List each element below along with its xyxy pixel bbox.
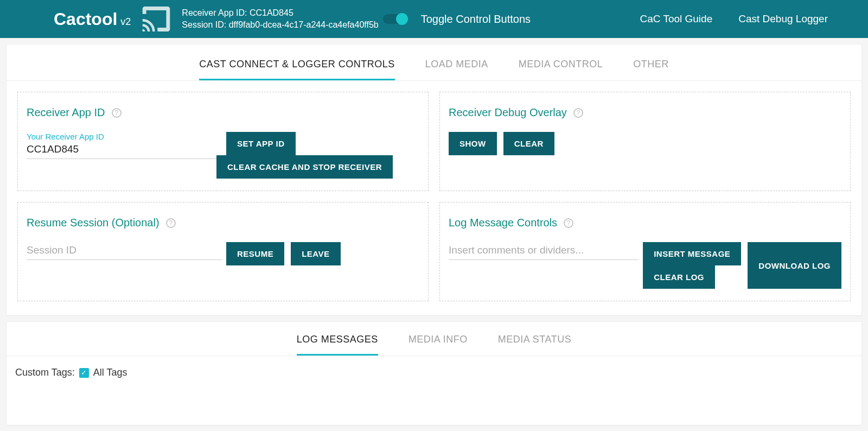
help-icon[interactable]: ? xyxy=(564,218,573,228)
receiver-app-id-value: CC1AD845 xyxy=(250,8,293,17)
tab-media-info[interactable]: MEDIA INFO xyxy=(409,334,468,356)
brand-sub: v2 xyxy=(120,16,131,28)
link-cast-debug-logger[interactable]: Cast Debug Logger xyxy=(738,13,828,25)
session-ids: Receiver App ID: CC1AD845 Session ID: df… xyxy=(182,7,378,30)
panel-resume-session: Resume Session (Optional) ? RESUME LEAVE xyxy=(17,202,429,301)
all-tags-label: All Tags xyxy=(93,367,127,378)
panel-title-log-controls: Log Message Controls xyxy=(449,217,557,229)
help-icon[interactable]: ? xyxy=(166,218,176,228)
log-tabs: LOG MESSAGES MEDIA INFO MEDIA STATUS xyxy=(7,322,861,356)
help-icon[interactable]: ? xyxy=(112,108,122,118)
tab-media-status[interactable]: MEDIA STATUS xyxy=(498,334,571,356)
panel-receiver-debug-overlay: Receiver Debug Overlay ? SHOW CLEAR xyxy=(439,92,851,191)
receiver-app-id-label: Receiver App ID: xyxy=(182,8,247,17)
tab-other[interactable]: OTHER xyxy=(633,59,669,80)
app-header: Cactool v2 Receiver App ID: CC1AD845 Ses… xyxy=(0,0,868,38)
set-app-id-button[interactable]: SET APP ID xyxy=(226,132,296,155)
panel-title-debug-overlay: Receiver Debug Overlay xyxy=(449,106,567,119)
panel-log-message-controls: Log Message Controls ? INSERT MESSAGE CL… xyxy=(439,202,851,301)
log-card: LOG MESSAGES MEDIA INFO MEDIA STATUS Cus… xyxy=(7,322,861,425)
panel-title-resume-session: Resume Session (Optional) xyxy=(27,217,159,229)
leave-button[interactable]: LEAVE xyxy=(291,242,340,265)
session-id-value: dff9fab0-dcea-4c17-a244-ca4efa40ff5b xyxy=(229,20,379,29)
toggle-control-buttons-label: Toggle Control Buttons xyxy=(421,13,531,26)
all-tags-checkbox[interactable]: ✓ xyxy=(79,368,89,378)
session-id-input[interactable] xyxy=(27,242,222,260)
tab-cast-connect[interactable]: CAST CONNECT & LOGGER CONTROLS xyxy=(199,59,394,80)
tab-log-messages[interactable]: LOG MESSAGES xyxy=(297,334,378,356)
link-cac-tool-guide[interactable]: CaC Tool Guide xyxy=(640,13,712,25)
tab-load-media[interactable]: LOAD MEDIA xyxy=(425,59,488,80)
brand-title: Cactool xyxy=(54,9,117,29)
control-tabs: CAST CONNECT & LOGGER CONTROLS LOAD MEDI… xyxy=(7,45,861,81)
panel-title-receiver-app-id: Receiver App ID xyxy=(27,106,105,119)
receiver-app-id-field-label: Your Receiver App ID xyxy=(27,132,222,141)
insert-message-button[interactable]: INSERT MESSAGE xyxy=(643,242,741,265)
session-id-label: Session ID: xyxy=(182,20,226,29)
brand: Cactool v2 xyxy=(54,9,131,29)
receiver-app-id-input[interactable] xyxy=(27,141,222,159)
cast-icon[interactable] xyxy=(141,7,172,31)
download-log-button[interactable]: DOWNLOAD LOG xyxy=(748,242,841,289)
help-icon[interactable]: ? xyxy=(573,108,583,118)
panel-receiver-app-id: Receiver App ID ? Your Receiver App ID S… xyxy=(17,92,429,191)
clear-log-button[interactable]: CLEAR LOG xyxy=(643,265,715,289)
tab-media-control[interactable]: MEDIA CONTROL xyxy=(519,59,603,80)
log-message-input[interactable] xyxy=(449,242,639,260)
resume-button[interactable]: RESUME xyxy=(226,242,284,265)
custom-tags-label: Custom Tags: xyxy=(15,367,75,378)
toggle-control-buttons-switch[interactable] xyxy=(383,14,407,24)
clear-cache-stop-receiver-button[interactable]: CLEAR CACHE AND STOP RECEIVER xyxy=(216,155,393,179)
controls-card: CAST CONNECT & LOGGER CONTROLS LOAD MEDI… xyxy=(7,45,861,315)
show-overlay-button[interactable]: SHOW xyxy=(449,132,497,155)
clear-overlay-button[interactable]: CLEAR xyxy=(503,132,554,155)
